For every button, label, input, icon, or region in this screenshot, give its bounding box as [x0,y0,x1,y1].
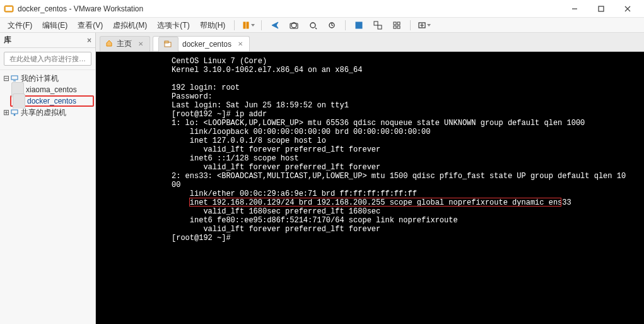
sidebar-search-row [0,48,95,70]
snapshot-revert-button[interactable] [323,18,341,32]
titlebar: docker_centos - VMware Workstation [0,0,644,18]
tree-label: xiaoma_centos [26,85,77,94]
main-area: 库 × ⊟ 我的计算机 xiaoma_centos docker_centos [0,33,644,324]
snapshot-mgr-button[interactable] [304,18,322,32]
shared-icon [10,109,19,116]
unity-button[interactable] [369,18,387,32]
svg-rect-3 [599,6,604,11]
tree-item-docker-centos[interactable]: docker_centos [10,95,94,107]
tab-home[interactable]: 主页 ✕ [100,36,150,51]
menu-tabs[interactable]: 选项卡(T) [152,18,194,33]
sidebar-close-icon[interactable]: × [87,36,91,45]
expand-icon[interactable]: ⊞ [3,108,10,117]
tree-label: 我的计算机 [21,73,59,84]
divider [234,20,235,30]
svg-rect-31 [165,41,168,43]
menubar: 文件(F) 编辑(E) 查看(V) 虚拟机(M) 选项卡(T) 帮助(H) [0,18,644,33]
svg-rect-12 [356,22,362,28]
tab-close-icon[interactable]: ✕ [238,40,243,47]
library-tree: ⊟ 我的计算机 xiaoma_centos docker_centos ⊞ 共享… [0,70,95,121]
svg-rect-7 [247,22,249,28]
svg-rect-14 [378,25,382,29]
svg-point-10 [310,23,315,28]
close-window-button[interactable] [615,0,640,18]
tree-label: docker_centos [27,97,76,105]
app-icon [4,4,14,14]
svg-point-29 [14,114,15,116]
divider [345,20,346,30]
svg-rect-1 [6,7,12,11]
menu-edit[interactable]: 编辑(E) [37,18,73,33]
terminal-highlight [189,198,561,207]
vm-icon [158,37,179,52]
search-input[interactable] [9,55,97,63]
computer-icon [10,75,19,82]
menu-help[interactable]: 帮助(H) [195,18,231,33]
svg-rect-15 [394,22,396,25]
tabstrip: 主页 ✕ docker_centos ✕ [96,33,644,52]
tab-label: docker_centos [182,40,231,49]
snapshot-button[interactable] [285,18,303,32]
divider [410,20,411,30]
sidebar-heading-label: 库 [4,35,11,45]
terminal[interactable]: CentOS Linux 7 (Core) Kernel 3.10.0-1062… [96,52,644,324]
stretch-button[interactable] [415,18,433,32]
menu-file[interactable]: 文件(F) [3,18,37,33]
sidebar-heading: 库 × [0,33,95,48]
fullscreen-button[interactable] [350,18,368,32]
send-button[interactable] [266,18,284,32]
search-box[interactable] [4,52,91,66]
minimize-button[interactable] [562,0,587,18]
tree-item-shared-vms[interactable]: ⊞ 共享的虚拟机 [1,107,94,118]
thumbnail-button[interactable] [388,18,406,32]
svg-rect-16 [397,22,400,25]
expand-icon[interactable]: ⊟ [3,74,10,83]
content: 主页 ✕ docker_centos ✕ CentOS Linux 7 (Cor… [96,33,644,324]
svg-rect-22 [11,76,18,80]
sidebar: 库 × ⊟ 我的计算机 xiaoma_centos docker_centos [0,33,96,324]
svg-rect-18 [397,26,400,28]
menu-vm[interactable]: 虚拟机(M) [108,18,152,33]
menu-view[interactable]: 查看(V) [73,18,108,33]
home-icon [105,39,113,49]
maximize-button[interactable] [588,0,614,18]
divider [261,20,262,30]
tab-label: 主页 [117,39,132,49]
svg-rect-17 [394,26,396,28]
tree-label: 共享的虚拟机 [21,107,66,118]
svg-rect-6 [243,22,245,28]
terminal-wrapper: CentOS Linux 7 (Core) Kernel 3.10.0-1062… [96,52,644,324]
tab-close-icon[interactable]: ✕ [138,40,143,47]
svg-rect-28 [11,110,18,114]
vm-icon [13,93,25,109]
window-title: docker_centos - VMware Workstation [18,4,562,13]
pause-button[interactable] [239,18,257,32]
window-buttons [562,0,640,18]
svg-rect-13 [374,21,378,25]
tab-docker-centos[interactable]: docker_centos ✕ [153,36,250,51]
